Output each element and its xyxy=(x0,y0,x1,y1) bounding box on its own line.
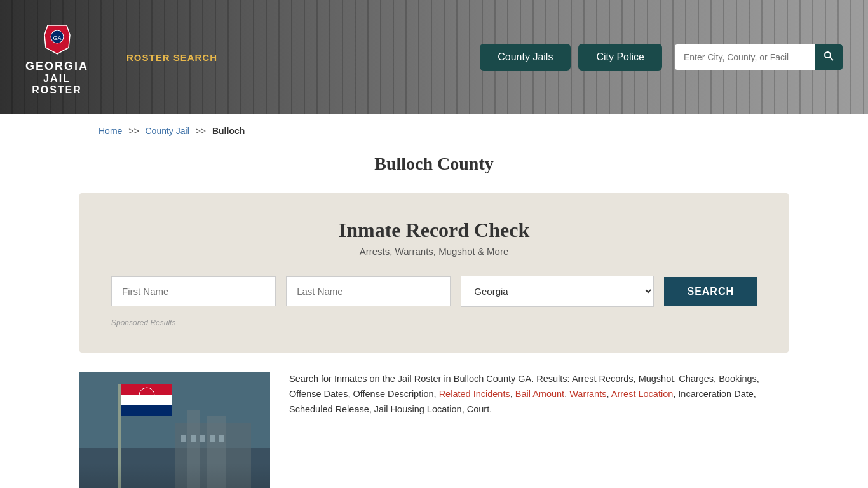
svg-rect-11 xyxy=(121,405,172,416)
header-search-bar xyxy=(675,44,843,70)
svg-rect-19 xyxy=(200,435,205,442)
svg-rect-15 xyxy=(187,410,200,488)
inmate-record-subtitle: Arrests, Warrants, Mugshot & More xyxy=(111,246,757,257)
svg-rect-17 xyxy=(181,435,186,442)
logo-roster: ROSTER xyxy=(32,85,82,96)
svg-text:★: ★ xyxy=(145,393,149,399)
svg-point-3 xyxy=(825,52,831,58)
inmate-record-section: Inmate Record Check Arrests, Warrants, M… xyxy=(79,193,789,353)
city-police-button[interactable]: City Police xyxy=(578,44,662,71)
inmate-record-form: AlabamaAlaskaArizonaArkansasCaliforniaCo… xyxy=(111,276,757,307)
header-search-button[interactable] xyxy=(815,44,843,70)
info-text: Search for Inmates on the Jail Roster in… xyxy=(289,372,789,417)
header-banner: GA GEORGIA JAIL ROSTER ROSTER SEARCH Cou… xyxy=(0,0,868,114)
state-select[interactable]: AlabamaAlaskaArizonaArkansasCaliforniaCo… xyxy=(461,276,654,307)
svg-rect-21 xyxy=(219,435,224,442)
breadcrumb-home[interactable]: Home xyxy=(98,126,122,136)
logo-georgia: GEORGIA xyxy=(25,60,88,73)
related-incidents-highlight: Related Incidents xyxy=(439,389,510,399)
sponsored-results-label: Sponsored Results xyxy=(111,318,757,327)
svg-line-4 xyxy=(830,57,833,60)
roster-search-link[interactable]: ROSTER SEARCH xyxy=(126,52,217,63)
bail-amount-highlight: Bail Amount xyxy=(515,389,564,399)
info-image-svg: ★ xyxy=(79,372,270,488)
svg-rect-20 xyxy=(210,435,215,442)
warrants-highlight: Warrants xyxy=(569,389,606,399)
logo-area[interactable]: GA GEORGIA JAIL ROSTER xyxy=(25,19,88,96)
breadcrumb-sep2: >> xyxy=(196,126,206,136)
county-jails-button[interactable]: County Jails xyxy=(480,44,571,71)
page-title: Bulloch County xyxy=(0,154,868,174)
header-content: GA GEORGIA JAIL ROSTER ROSTER SEARCH Cou… xyxy=(0,0,868,114)
page-title-area: Bulloch County xyxy=(0,147,868,193)
last-name-input[interactable] xyxy=(286,276,451,306)
logo-jail: JAIL xyxy=(43,73,71,85)
search-icon xyxy=(824,51,834,61)
header-search-input[interactable] xyxy=(675,46,815,69)
svg-text:GA: GA xyxy=(53,35,61,41)
breadcrumb-sep1: >> xyxy=(128,126,139,136)
svg-rect-18 xyxy=(191,435,196,442)
inmate-search-button[interactable]: SEARCH xyxy=(664,277,757,306)
info-image: ★ xyxy=(79,372,270,488)
svg-rect-7 xyxy=(118,384,121,488)
nav-buttons: County Jails City Police xyxy=(480,44,662,71)
inmate-record-title: Inmate Record Check xyxy=(111,219,757,242)
arrest-location-highlight: Arrest Location xyxy=(611,389,674,399)
first-name-input[interactable] xyxy=(111,276,276,306)
svg-rect-16 xyxy=(207,416,226,488)
breadcrumb-county-jail[interactable]: County Jail xyxy=(146,126,189,136)
georgia-state-icon: GA xyxy=(38,19,76,57)
info-section: ★ Search for Inmates on the Jail Roster … xyxy=(79,372,789,488)
breadcrumb: Home >> County Jail >> Bulloch xyxy=(0,114,868,147)
breadcrumb-current: Bulloch xyxy=(212,126,245,136)
